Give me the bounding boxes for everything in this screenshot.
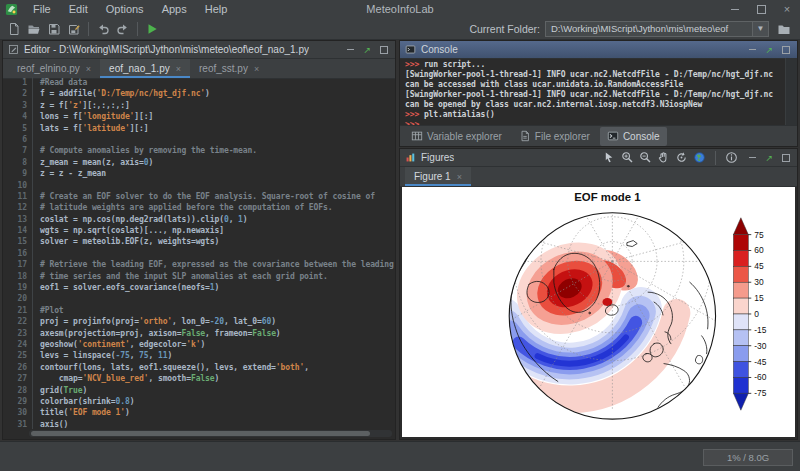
console-text: [SwingWorker-pool-1-thread-1] INFO ucar.… bbox=[405, 90, 773, 99]
console-text: plt.antialias() bbox=[424, 110, 495, 119]
editor-tab-reof_elnino-py[interactable]: reof_elnino.py× bbox=[8, 59, 100, 78]
redo-button[interactable] bbox=[113, 20, 133, 38]
editor-hscroll-thumb[interactable] bbox=[31, 431, 370, 436]
figures-minimize-icon[interactable] bbox=[749, 157, 756, 158]
colorbar-tick-label: 30 bbox=[754, 277, 764, 287]
undo-button[interactable] bbox=[93, 20, 113, 38]
open-file-button[interactable] bbox=[24, 20, 44, 38]
code-line: 25levs = linspace(-75, 75, 11) bbox=[3, 350, 395, 361]
code-text: grid(True) bbox=[32, 385, 87, 396]
code-line: 16 bbox=[3, 248, 395, 259]
editor-tab-reof_sst-py[interactable]: reof_sst.py× bbox=[190, 59, 268, 78]
menu-file[interactable]: File bbox=[24, 3, 60, 15]
rotate-button[interactable] bbox=[675, 151, 688, 164]
line-number: 7 bbox=[3, 145, 32, 156]
current-folder-value[interactable]: D:\Working\MIScript\Jython\mis\meteo\eof bbox=[545, 21, 752, 37]
tab-close-icon[interactable]: × bbox=[176, 64, 181, 74]
figures-panel-title: Figures bbox=[421, 152, 454, 163]
code-text: #Plot bbox=[32, 305, 64, 316]
line-number: 4 bbox=[3, 111, 32, 122]
current-folder-combobox[interactable]: D:\Working\MIScript\Jython\mis\meteo\eof… bbox=[545, 21, 769, 37]
globe-button[interactable] bbox=[693, 151, 706, 164]
editor-maximize-icon[interactable] bbox=[380, 46, 388, 54]
save-as-button[interactable] bbox=[64, 20, 84, 38]
tab-figure-1[interactable]: Figure 1 × bbox=[405, 167, 471, 186]
toolbar-separator bbox=[715, 151, 716, 165]
combo-dropdown-arrow-icon[interactable]: ▼ bbox=[752, 21, 769, 37]
cursor-button[interactable] bbox=[603, 151, 616, 164]
save-button[interactable] bbox=[44, 20, 64, 38]
code-text: levs = linspace(-75, 75, 11) bbox=[32, 350, 172, 361]
window-minimize-button[interactable] bbox=[722, 0, 748, 18]
tab-close-icon[interactable]: × bbox=[86, 64, 91, 74]
line-number: 6 bbox=[3, 134, 32, 145]
code-text: colorbar(shrink=0.8) bbox=[32, 396, 134, 407]
console-vertical-scrollbar[interactable] bbox=[785, 58, 797, 126]
panel-tab-file-explorer[interactable]: File explorer bbox=[512, 127, 597, 146]
browse-folder-button[interactable] bbox=[774, 20, 794, 38]
menu-edit[interactable]: Edit bbox=[60, 3, 97, 15]
code-line: 14wgts = np.sqrt(coslat)[..., np.newaxis… bbox=[3, 225, 395, 236]
console-float-icon[interactable]: ↗ bbox=[765, 45, 773, 55]
line-number: 16 bbox=[3, 248, 32, 259]
line-number: 13 bbox=[3, 214, 32, 225]
window-close-button[interactable]: × bbox=[774, 0, 800, 18]
run-button[interactable] bbox=[142, 20, 162, 38]
figure-tab-close-icon[interactable]: × bbox=[457, 172, 462, 182]
figures-maximize-icon[interactable] bbox=[782, 154, 790, 162]
code-line: 3z = f['z'][:,:,:,:] bbox=[3, 100, 395, 111]
console-output[interactable]: >>> run script...[SwingWorker-pool-1-thr… bbox=[400, 58, 786, 126]
editor-minimize-icon[interactable] bbox=[347, 49, 354, 50]
figure-canvas[interactable]: EOF mode 1 bbox=[402, 187, 795, 437]
console-line: >>> run script... bbox=[405, 60, 786, 70]
info-button[interactable] bbox=[725, 151, 738, 164]
line-number: 28 bbox=[3, 385, 32, 396]
save-as-icon bbox=[67, 22, 81, 36]
menu-apps[interactable]: Apps bbox=[153, 3, 196, 15]
code-text: solver = meteolib.EOF(z, weights=wgts) bbox=[32, 236, 219, 247]
panel-tab-variable-explorer[interactable]: Variable explorer bbox=[404, 127, 509, 146]
menu-options[interactable]: Options bbox=[97, 3, 153, 15]
code-text: # Create an EOF solver to do the EOF ana… bbox=[32, 191, 375, 202]
editor-tab-eof_nao_1-py[interactable]: eof_nao_1.py× bbox=[100, 59, 190, 78]
code-line: 26contourf(lons, lats, eof1.squeeze(), l… bbox=[3, 362, 395, 373]
editor-panel-header: Editor - D:\Working\MIScript\Jython\mis\… bbox=[3, 41, 395, 59]
colorbar-tick-label: -30 bbox=[754, 341, 766, 351]
app-logo-icon bbox=[5, 3, 18, 16]
panel-tab-console[interactable]: Console bbox=[600, 127, 667, 146]
console-text: can be accessed with class ucar.unidata.… bbox=[405, 80, 683, 89]
code-line: 13coslat = np.cos(np.deg2rad(lats)).clip… bbox=[3, 214, 395, 225]
meteoinfolab-window: FileEditOptionsAppsHelp MeteoInfoLab × C… bbox=[0, 0, 800, 471]
figures-panel-header: Figures ↗ bbox=[400, 149, 797, 167]
editor-panel-title: Editor - D:\Working\MIScript\Jython\mis\… bbox=[24, 44, 309, 55]
code-line: 29colorbar(shrink=0.8) bbox=[3, 396, 395, 407]
editor-panel-controls: ↗ bbox=[347, 45, 390, 55]
line-number: 26 bbox=[3, 362, 32, 373]
memory-indicator[interactable]: 1% / 8.0G bbox=[703, 449, 793, 466]
line-number: 20 bbox=[3, 293, 32, 304]
code-editor-area[interactable]: 1#Read data2f = addfile('D:/Temp/nc/hgt_… bbox=[3, 77, 395, 429]
tab-close-icon[interactable]: × bbox=[254, 64, 259, 74]
line-number: 24 bbox=[3, 339, 32, 350]
console-maximize-icon[interactable] bbox=[782, 46, 790, 54]
globe-icon bbox=[693, 151, 706, 164]
new-file-button[interactable] bbox=[4, 20, 24, 38]
pan-button[interactable] bbox=[657, 151, 670, 164]
new-file-icon bbox=[7, 22, 21, 36]
editor-horizontal-scrollbar[interactable] bbox=[29, 430, 392, 437]
file-explorer-icon bbox=[519, 130, 531, 142]
figures-float-icon[interactable]: ↗ bbox=[765, 153, 773, 163]
window-maximize-button[interactable] bbox=[748, 0, 774, 18]
colorbar-tick-label: -75 bbox=[754, 388, 766, 398]
editor-float-icon[interactable]: ↗ bbox=[363, 45, 371, 55]
title-bar: FileEditOptionsAppsHelp MeteoInfoLab × bbox=[0, 0, 800, 18]
zoom-out-button[interactable] bbox=[639, 151, 652, 164]
console-icon bbox=[405, 44, 416, 55]
menu-help[interactable]: Help bbox=[196, 3, 237, 15]
colorbar-tick-label: 75 bbox=[754, 230, 764, 240]
console-minimize-icon[interactable] bbox=[749, 49, 756, 50]
save-icon bbox=[47, 22, 61, 36]
line-number: 1 bbox=[3, 77, 32, 88]
zoom-in-button[interactable] bbox=[621, 151, 634, 164]
panel-tab-label: Console bbox=[623, 131, 660, 142]
